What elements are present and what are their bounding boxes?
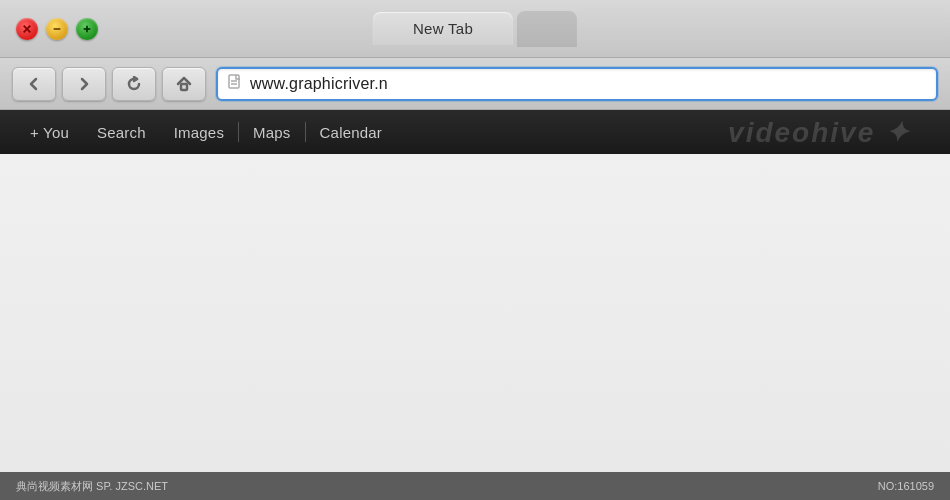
forward-button[interactable] bbox=[62, 67, 106, 101]
nav-label-you: + You bbox=[30, 124, 69, 141]
browser-window: New Tab bbox=[0, 0, 950, 500]
minimize-button[interactable] bbox=[46, 18, 68, 40]
active-tab[interactable]: New Tab bbox=[373, 12, 513, 45]
bottom-left-text: 典尚视频素材网 SP. JZSC.NET bbox=[16, 479, 168, 494]
google-nav-bar: + You Search Images Maps Calendar videoh… bbox=[0, 110, 950, 154]
nav-item-you[interactable]: + You bbox=[16, 110, 83, 154]
nav-label-calendar: Calendar bbox=[320, 124, 382, 141]
address-bar[interactable]: www.graphicriver.n bbox=[216, 67, 938, 101]
content-area: 典尚视频素材网 SP. JZSC.NET NO:161059 bbox=[0, 154, 950, 500]
watermark-text: videohive ✦ bbox=[728, 116, 910, 149]
svg-rect-5 bbox=[181, 84, 187, 90]
inactive-tab[interactable] bbox=[517, 11, 577, 47]
window-controls bbox=[16, 18, 98, 40]
home-button[interactable] bbox=[162, 67, 206, 101]
tab-title: New Tab bbox=[413, 20, 473, 37]
nav-label-maps: Maps bbox=[253, 124, 290, 141]
reload-button[interactable] bbox=[112, 67, 156, 101]
maximize-button[interactable] bbox=[76, 18, 98, 40]
bottom-right-text: NO:161059 bbox=[878, 480, 934, 492]
toolbar: www.graphicriver.n bbox=[0, 58, 950, 110]
nav-label-images: Images bbox=[174, 124, 224, 141]
bottom-bar: 典尚视频素材网 SP. JZSC.NET NO:161059 bbox=[0, 472, 950, 500]
tab-bar: New Tab bbox=[373, 11, 577, 47]
close-button[interactable] bbox=[16, 18, 38, 40]
address-text: www.graphicriver.n bbox=[250, 75, 388, 93]
nav-item-search[interactable]: Search bbox=[83, 110, 160, 154]
title-bar: New Tab bbox=[0, 0, 950, 58]
nav-item-calendar[interactable]: Calendar bbox=[306, 110, 396, 154]
nav-item-maps[interactable]: Maps bbox=[239, 110, 304, 154]
page-icon bbox=[228, 74, 242, 93]
back-button[interactable] bbox=[12, 67, 56, 101]
nav-label-search: Search bbox=[97, 124, 146, 141]
nav-item-images[interactable]: Images bbox=[160, 110, 238, 154]
